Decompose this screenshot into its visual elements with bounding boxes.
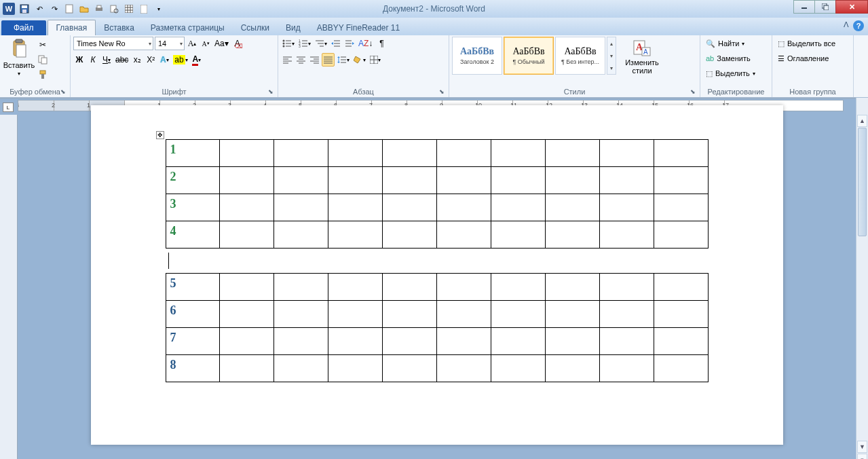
- qat-preview-icon[interactable]: [107, 2, 121, 16]
- qat-dropdown-icon[interactable]: ▾: [152, 2, 166, 16]
- scroll-down-icon[interactable]: ▼: [857, 441, 867, 453]
- table-move-handle-icon[interactable]: ✥: [156, 131, 164, 139]
- table-cell[interactable]: [383, 274, 437, 301]
- browse-prev-icon[interactable]: ≡: [857, 454, 867, 459]
- find-button[interactable]: 🔍Найти▾: [703, 37, 747, 50]
- table-cell[interactable]: [491, 221, 545, 249]
- shading-icon[interactable]: ▾: [352, 53, 367, 67]
- table-cell[interactable]: [654, 355, 708, 382]
- align-right-icon[interactable]: [308, 53, 320, 67]
- table-cell[interactable]: [328, 355, 383, 382]
- table-cell[interactable]: [545, 355, 599, 382]
- table-cell[interactable]: [220, 274, 274, 301]
- table-cell[interactable]: [599, 301, 654, 328]
- table-cell[interactable]: [274, 194, 328, 221]
- table-cell[interactable]: [436, 194, 491, 221]
- table-cell[interactable]: 1: [166, 140, 220, 167]
- table-cell[interactable]: [491, 355, 545, 382]
- line-spacing-icon[interactable]: ▾: [336, 53, 351, 67]
- table-cell[interactable]: [599, 274, 654, 301]
- qat-redo-icon[interactable]: ↷: [48, 2, 61, 16]
- table-cell[interactable]: [545, 274, 599, 301]
- table-cell[interactable]: [274, 328, 328, 355]
- vertical-scrollbar[interactable]: ▲ ▼ ≡ ○ ≡: [856, 98, 868, 459]
- table-cell[interactable]: [220, 355, 274, 382]
- table-cell[interactable]: [328, 167, 383, 194]
- align-left-icon[interactable]: [281, 53, 293, 67]
- table-cell[interactable]: [491, 301, 545, 328]
- table-cell[interactable]: [545, 328, 599, 355]
- help-icon[interactable]: ?: [853, 20, 864, 31]
- text-effects-icon[interactable]: A▾: [158, 53, 170, 67]
- table-cell[interactable]: [383, 355, 437, 382]
- multilevel-icon[interactable]: ▾: [314, 37, 328, 50]
- table-cell[interactable]: 8: [166, 355, 220, 382]
- table-cell[interactable]: [328, 140, 383, 167]
- font-name-combo[interactable]: Times New Ro▾: [73, 37, 153, 50]
- align-center-icon[interactable]: [295, 53, 307, 67]
- styles-launcher-icon[interactable]: ⬊: [690, 88, 696, 95]
- sort-icon[interactable]: AZ↓: [357, 37, 374, 50]
- table-cell[interactable]: 3: [166, 194, 220, 221]
- table-cell[interactable]: [220, 328, 274, 355]
- table-cell[interactable]: [654, 167, 708, 194]
- table-cell[interactable]: [220, 167, 274, 194]
- style-normal[interactable]: АаБбВв¶ Обычный: [504, 37, 554, 75]
- table-cell[interactable]: [654, 140, 708, 167]
- page-scroll[interactable]: ✥ 1234 5678: [18, 98, 856, 459]
- select-all-button[interactable]: ⬚Выделить все: [775, 37, 838, 50]
- borders-icon[interactable]: ▾: [369, 53, 382, 67]
- table-cell[interactable]: [383, 194, 437, 221]
- table-cell[interactable]: [545, 194, 599, 221]
- table-cell[interactable]: [328, 328, 383, 355]
- table-cell[interactable]: [328, 301, 383, 328]
- style-nospacing[interactable]: АаБбВв¶ Без интер...: [555, 37, 605, 75]
- table-cell[interactable]: [491, 140, 545, 167]
- table-cell[interactable]: [383, 140, 437, 167]
- scroll-up-icon[interactable]: ▲: [857, 115, 867, 127]
- qat-new-icon[interactable]: [62, 2, 76, 16]
- change-case-icon[interactable]: Aa▾: [213, 37, 230, 50]
- clear-format-icon[interactable]: A⌫: [231, 37, 244, 50]
- font-color-icon[interactable]: A▾: [191, 53, 203, 67]
- table-cell[interactable]: [436, 328, 491, 355]
- table-cell[interactable]: [545, 140, 599, 167]
- tab-view[interactable]: Вид: [278, 20, 309, 35]
- table-cell[interactable]: 5: [166, 274, 220, 301]
- grow-font-icon[interactable]: A▴: [186, 37, 198, 50]
- strike-button[interactable]: abc: [114, 53, 130, 67]
- table-cell[interactable]: [274, 274, 328, 301]
- table-1[interactable]: 1234: [166, 139, 709, 249]
- table-cell[interactable]: [599, 167, 654, 194]
- table-cell[interactable]: 2: [166, 167, 220, 194]
- table-cell[interactable]: [436, 221, 491, 249]
- table-cell[interactable]: [436, 167, 491, 194]
- format-painter-icon[interactable]: [37, 68, 49, 81]
- qat-open-icon[interactable]: [77, 2, 91, 16]
- indent-decrease-icon[interactable]: [330, 37, 342, 50]
- underline-button[interactable]: Ч▾: [100, 53, 113, 67]
- table-cell[interactable]: [654, 301, 708, 328]
- table-cell[interactable]: [491, 167, 545, 194]
- table-2[interactable]: 5678: [166, 273, 709, 382]
- qat-quickprint-icon[interactable]: [92, 2, 106, 16]
- indent-increase-icon[interactable]: [343, 37, 356, 50]
- show-marks-icon[interactable]: ¶: [375, 37, 388, 50]
- close-button[interactable]: ✕: [835, 0, 868, 14]
- table-cell[interactable]: [599, 140, 654, 167]
- table-cell[interactable]: [328, 221, 383, 249]
- table-cell[interactable]: 7: [166, 328, 220, 355]
- table-cell[interactable]: [654, 194, 708, 221]
- replace-button[interactable]: abЗаменить: [703, 52, 753, 65]
- table-cell[interactable]: [491, 274, 545, 301]
- table-cell[interactable]: [436, 355, 491, 382]
- table-cell[interactable]: [491, 194, 545, 221]
- qat-save-icon[interactable]: [18, 2, 31, 16]
- maximize-button[interactable]: [814, 0, 836, 14]
- table-cell[interactable]: [220, 140, 274, 167]
- table-cell[interactable]: [436, 301, 491, 328]
- table-cell[interactable]: [599, 221, 654, 249]
- qat-undo-icon[interactable]: ↶: [33, 2, 46, 16]
- table-cell[interactable]: [220, 194, 274, 221]
- table-cell[interactable]: [654, 328, 708, 355]
